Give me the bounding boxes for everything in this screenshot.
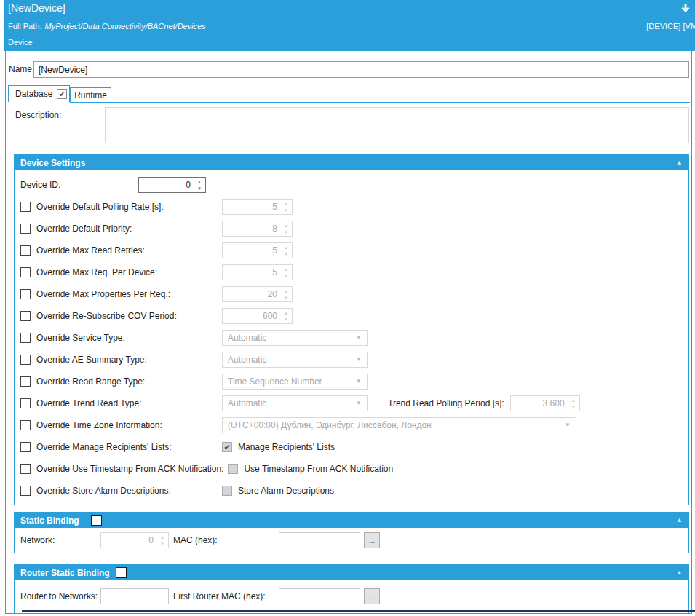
ae-summary-value: Automatic bbox=[228, 355, 266, 365]
priority-spinner: ▲▼ bbox=[222, 221, 293, 237]
network-spinner: ▲▼ bbox=[100, 532, 169, 548]
tab-runtime-label: Runtime bbox=[74, 90, 107, 100]
override-max-properties-checkbox[interactable] bbox=[20, 289, 31, 299]
collapse-arrow-icon[interactable]: ▲ bbox=[676, 569, 683, 576]
override-polling-rate-checkbox[interactable] bbox=[20, 202, 31, 212]
override-row: Override Read Range Type: Time Sequence … bbox=[15, 371, 688, 392]
spinner-arrows-icon: ▲▼ bbox=[280, 243, 292, 258]
router-binding-row: Router to Networks: First Router MAC (he… bbox=[15, 580, 688, 612]
chevron-down-icon: ▼ bbox=[356, 335, 362, 341]
override-max-req-label: Override Max Req. Per Device: bbox=[36, 267, 157, 277]
max-req-input bbox=[223, 265, 280, 280]
name-input[interactable] bbox=[33, 61, 689, 78]
spinner-arrows-icon: ▲▼ bbox=[280, 200, 292, 214]
override-row: Override Time Zone Information: (UTC+00:… bbox=[15, 414, 688, 436]
router-mac-browse-button[interactable]: ... bbox=[364, 588, 380, 604]
read-retries-spinner: ▲▼ bbox=[222, 242, 293, 258]
override-row: Override Trend Read Type: Automatic ▼ Tr… bbox=[15, 392, 688, 414]
first-router-mac-input[interactable] bbox=[279, 588, 360, 604]
use-timestamp-checkbox bbox=[228, 464, 238, 474]
override-priority-label: Override Default Priority: bbox=[36, 224, 132, 234]
static-binding-row: Network: ▲▼ MAC (hex): ... bbox=[15, 528, 688, 553]
override-trend-read-checkbox[interactable] bbox=[20, 398, 31, 408]
override-read-range-label: Override Read Range Type: bbox=[36, 376, 145, 387]
service-type-dropdown: Automatic ▼ bbox=[222, 330, 368, 346]
override-row: Override Manage Recipients' Lists: Manag… bbox=[15, 436, 688, 458]
spinner-arrows-icon: ▲▼ bbox=[280, 309, 292, 323]
override-read-retries-checkbox[interactable] bbox=[20, 245, 31, 256]
use-timestamp-label: Use Timestamp From ACK Notification bbox=[244, 464, 393, 474]
description-label: Description: bbox=[15, 110, 61, 120]
override-trend-read-label: Override Trend Read Type: bbox=[36, 398, 142, 408]
manage-recipients-checkbox bbox=[222, 442, 232, 452]
spinner-arrows-icon: ▲▼ bbox=[156, 533, 168, 548]
override-row: Override Max Req. Per Device: ▲▼ bbox=[15, 261, 688, 283]
static-binding-enable-checkbox[interactable] bbox=[91, 515, 102, 526]
max-properties-spinner: ▲▼ bbox=[222, 286, 293, 302]
trend-polling-spinner: ▲▼ bbox=[510, 395, 580, 411]
override-row: Override Store Alarm Descriptions: Store… bbox=[15, 480, 688, 502]
override-timezone-checkbox[interactable] bbox=[20, 420, 31, 430]
section-static-binding: Static Binding ▲ Network: ▲▼ MAC (hex): … bbox=[14, 512, 689, 553]
polling-rate-spinner: ▲▼ bbox=[222, 199, 293, 215]
override-row: Override Default Polling Rate [s]: ▲▼ bbox=[15, 196, 688, 218]
cov-period-spinner: ▲▼ bbox=[222, 308, 293, 324]
cov-period-input bbox=[223, 309, 280, 323]
max-properties-input bbox=[223, 287, 280, 301]
spinner-arrows-icon: ▲▼ bbox=[280, 287, 292, 301]
tab-database[interactable]: Database bbox=[8, 85, 70, 102]
tab-database-checkbox[interactable] bbox=[57, 89, 67, 99]
router-networks-input[interactable] bbox=[100, 588, 169, 604]
trend-read-value: Automatic bbox=[228, 398, 266, 408]
trend-polling-label: Trend Read Polling Period [s]: bbox=[388, 398, 504, 408]
store-alarm-checkbox bbox=[222, 486, 232, 496]
spinner-arrows-icon: ▲▼ bbox=[280, 221, 292, 236]
editor-panel: Name Database Runtime Description: Devic… bbox=[5, 51, 692, 614]
max-req-spinner: ▲▼ bbox=[222, 264, 293, 280]
device-id-input[interactable] bbox=[139, 178, 194, 192]
router-static-binding-header[interactable]: Router Static Binding ▲ bbox=[15, 565, 688, 580]
router-binding-enable-checkbox[interactable] bbox=[116, 567, 127, 578]
override-cov-period-checkbox[interactable] bbox=[20, 311, 31, 321]
page-title: [NewDevice] bbox=[8, 2, 65, 14]
override-ae-summary-checkbox[interactable] bbox=[20, 355, 31, 365]
override-manage-recipients-checkbox[interactable] bbox=[20, 442, 31, 452]
override-use-timestamp-checkbox[interactable] bbox=[20, 464, 31, 474]
spinner-arrows-icon[interactable]: ▲▼ bbox=[194, 178, 205, 192]
priority-input bbox=[223, 221, 280, 236]
override-store-alarm-checkbox[interactable] bbox=[20, 486, 31, 496]
spinner-arrows-icon: ▲▼ bbox=[280, 265, 292, 280]
breadcrumb: Full Path:MyProject/Data Connectivity/BA… bbox=[8, 22, 206, 31]
section-device-settings: Device Settings ▲ Device ID: ▲▼ Override… bbox=[14, 154, 689, 505]
device-id-label: Device ID: bbox=[20, 180, 138, 190]
device-id-spinner[interactable]: ▲▼ bbox=[138, 177, 206, 193]
object-tags: [DEVICE] [VM bbox=[646, 22, 695, 31]
override-row: Override Default Priority: ▲▼ bbox=[15, 218, 688, 240]
override-row: Override Max Read Retries: ▲▼ bbox=[15, 240, 688, 261]
override-max-properties-label: Override Max Properties Per Req.: bbox=[36, 289, 170, 299]
full-path-value: MyProject/Data Connectivity/BACnet/Devic… bbox=[44, 22, 205, 31]
static-binding-header[interactable]: Static Binding ▲ bbox=[15, 513, 688, 528]
description-textarea[interactable] bbox=[105, 107, 689, 143]
service-type-value: Automatic bbox=[228, 333, 266, 343]
device-id-row: Device ID: ▲▼ bbox=[15, 174, 688, 196]
spinner-arrows-icon: ▲▼ bbox=[568, 396, 579, 411]
bottom-divider bbox=[22, 610, 695, 612]
mac-hex-input[interactable] bbox=[279, 532, 360, 548]
name-label: Name bbox=[9, 64, 32, 74]
tab-runtime[interactable]: Runtime bbox=[70, 87, 111, 102]
download-icon[interactable] bbox=[680, 2, 691, 14]
override-priority-checkbox[interactable] bbox=[20, 224, 31, 234]
override-service-type-checkbox[interactable] bbox=[20, 333, 31, 343]
static-binding-title: Static Binding bbox=[20, 516, 79, 526]
override-read-range-checkbox[interactable] bbox=[20, 376, 31, 387]
collapse-arrow-icon[interactable]: ▲ bbox=[676, 159, 683, 166]
timezone-value: (UTC+00:00) Дублин, Эдинбург, Лиссабон, … bbox=[228, 420, 432, 430]
mac-browse-button[interactable]: ... bbox=[364, 532, 380, 548]
override-max-req-checkbox[interactable] bbox=[20, 267, 31, 277]
collapse-arrow-icon[interactable]: ▲ bbox=[676, 517, 683, 524]
trend-polling-input bbox=[511, 396, 568, 411]
object-type-label: Device bbox=[8, 38, 33, 47]
tabstrip-underline bbox=[70, 102, 690, 103]
device-settings-header[interactable]: Device Settings ▲ bbox=[15, 155, 688, 170]
